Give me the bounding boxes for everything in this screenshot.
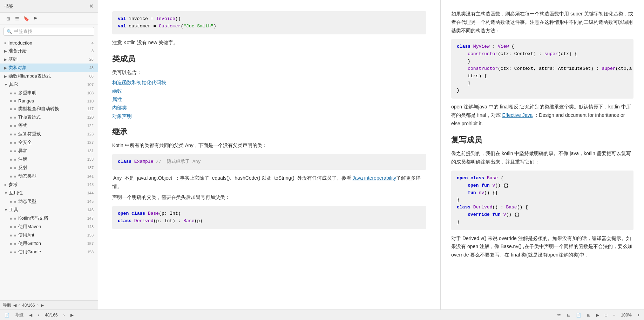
toc-link-properties[interactable]: 属性	[112, 96, 426, 103]
page-nav-back-button[interactable]: ‹	[38, 313, 39, 318]
bullet-icon: ■	[10, 242, 12, 246]
item-count: 127	[87, 140, 94, 145]
bookmark-outline-icon[interactable]: 🔖	[22, 15, 30, 22]
toc-link-constructor[interactable]: 构造函数和初始化代码块	[112, 80, 426, 86]
sub-bullet-icon: ■	[14, 141, 16, 145]
sidebar-item-functions-lambda[interactable]: ▶函数和lambda表达式88	[0, 72, 98, 80]
sidebar-item-others[interactable]: ▼其它107	[0, 80, 98, 89]
sidebar-item-equality[interactable]: ■■等式122	[0, 121, 98, 130]
item-label: 动态类型	[18, 173, 86, 179]
sidebar-item-multi-declaration[interactable]: ■■多重申明108	[0, 89, 98, 97]
java-interop-link[interactable]: Java interoperability	[352, 175, 396, 181]
play-icon: ▶	[596, 313, 599, 318]
toc-link-inner-classes[interactable]: 内部类	[112, 105, 426, 111]
sidebar-item-basics[interactable]: ▶基础26	[0, 55, 98, 64]
sidebar-close-button[interactable]: ✕	[89, 3, 94, 9]
item-label: Introduction	[8, 40, 90, 46]
override-intro-text: 像之前提到的，我们在 kotlin 中坚持做明确的事。不像 java，kotli…	[451, 149, 633, 166]
grid-icon-button[interactable]: ⊞	[587, 313, 590, 318]
code-line: constructor(ctx: Context, attrs: Attribu…	[457, 65, 628, 73]
page-nav-next-button[interactable]: ▶	[70, 313, 74, 318]
sidebar-item-annotations[interactable]: ■■注解133	[0, 155, 98, 164]
sidebar-item-kotlin-docs[interactable]: ■■Kotlin代码文档147	[0, 214, 98, 222]
bullet-icon: ■	[10, 99, 12, 103]
item-label: 类和对象	[8, 65, 88, 71]
eye-icon-button[interactable]: 👁	[557, 313, 561, 318]
sidebar-item-getting-started[interactable]: ▶准备开始8	[0, 47, 98, 55]
sub-bullet-icon: ■	[14, 115, 16, 119]
item-label: Ranges	[18, 98, 86, 104]
sidebar-header: 书签 ✕	[0, 0, 98, 13]
item-count: 120	[87, 115, 94, 119]
square-icon-button[interactable]: □	[605, 313, 607, 318]
effective-java-link[interactable]: Effective Java	[502, 112, 533, 118]
sub-bullet-icon: ■	[14, 149, 16, 153]
next-page-button[interactable]: ▶	[41, 303, 44, 308]
sidebar-item-exceptions[interactable]: ■■异常131	[0, 147, 98, 155]
sidebar-item-operator-overload[interactable]: ■■运算符重载123	[0, 130, 98, 138]
sidebar-item-dynamic-type2[interactable]: ■■动态类型145	[0, 197, 98, 206]
sub-bullet-icon: ■	[14, 233, 16, 237]
item-label: 函数和lambda表达式	[8, 73, 88, 79]
item-label: 基础	[8, 56, 88, 62]
item-count: 8	[91, 49, 94, 53]
page-icon-button[interactable]: 📄	[576, 313, 581, 318]
sidebar-item-this-expression[interactable]: ■■This表达式120	[0, 113, 98, 121]
item-count: 147	[87, 216, 94, 220]
expand-icon: ▶	[4, 74, 7, 78]
play-icon-button[interactable]: ▶	[596, 313, 599, 318]
main-content: val invoice = Invoice() val customer = C…	[98, 0, 644, 309]
sub-bullet-icon: ■	[14, 166, 16, 170]
bullet-icon: ■	[10, 200, 12, 204]
item-count: 148	[87, 225, 94, 229]
sidebar-item-interop[interactable]: ▼互用性144	[0, 189, 98, 197]
prev-page-button[interactable]: ◀	[13, 303, 16, 308]
sub-bullet-icon: ■	[14, 158, 16, 161]
toc-link-object-declarations[interactable]: 对象声明	[112, 113, 426, 120]
item-count: 158	[87, 250, 94, 254]
sidebar-item-reference[interactable]: ■参考143	[0, 180, 98, 189]
search-input[interactable]	[14, 29, 91, 34]
sidebar-item-reflection[interactable]: ■■反射137	[0, 164, 98, 172]
prev-button[interactable]: ‹	[19, 303, 20, 308]
flag-icon[interactable]: ⚑	[32, 15, 39, 22]
item-count: 123	[87, 132, 94, 136]
page-nav-forward-button[interactable]: ›	[63, 313, 65, 318]
columns-icon-button[interactable]: ⊟	[567, 313, 570, 318]
sidebar-toolbar: ⊞ ☰ 🔖 ⚑	[0, 13, 98, 25]
sub-bullet-icon: ■	[14, 124, 16, 128]
page-info: 48/166	[22, 303, 35, 308]
code-line: }	[457, 80, 628, 87]
bullet-icon: ■	[10, 124, 12, 128]
sidebar-item-use-gradle[interactable]: ■■使用Gradle158	[0, 248, 98, 256]
next-button[interactable]: ›	[37, 303, 39, 308]
code-line: }	[457, 58, 628, 65]
zoom-out-button[interactable]: −	[613, 313, 615, 318]
sidebar-item-dynamic-type[interactable]: ■■动态类型141	[0, 172, 98, 180]
expand-icon: ▶	[4, 66, 7, 70]
sidebar-item-null-safety[interactable]: ■■空安全127	[0, 138, 98, 147]
item-label: 动态类型	[18, 198, 86, 205]
bullet-icon: ■	[10, 149, 12, 153]
code-line: fun nv() {}	[457, 189, 628, 197]
sidebar-item-type-check[interactable]: ■■类型检查和自动转换117	[0, 105, 98, 113]
code-line: }	[457, 87, 628, 94]
page-nav-prev-button[interactable]: ◀	[29, 313, 32, 318]
list-icon[interactable]: ☰	[13, 15, 21, 22]
sidebar-item-classes-objects[interactable]: ▶类和对象43	[0, 64, 98, 72]
status-bar: 📄 导航 ◀ ‹ 48/166 › ▶ 👁 ⊟ 📄 ⊞ ▶ □ − 100% +	[0, 309, 644, 320]
sidebar-item-tools[interactable]: ▼工具146	[0, 206, 98, 214]
sidebar-item-ranges[interactable]: ■■Ranges110	[0, 97, 98, 105]
item-count: 122	[87, 124, 94, 128]
code-line: open fun v() {}	[457, 182, 628, 189]
toc-link-functions[interactable]: 函数	[112, 88, 426, 94]
item-count: 141	[87, 174, 94, 178]
zoom-in-button[interactable]: +	[637, 313, 640, 318]
sidebar-item-use-ant[interactable]: ■■使用Ant153	[0, 231, 98, 239]
bookmark-icon[interactable]: ⊞	[4, 15, 12, 22]
sidebar-item-introduction[interactable]: ■Introduction4	[0, 39, 98, 47]
item-label: 多重申明	[18, 90, 86, 96]
item-label: 空安全	[18, 139, 86, 146]
sidebar-item-use-maven[interactable]: ■■使用Maven148	[0, 222, 98, 231]
sidebar-item-use-griffon[interactable]: ■■使用Griffon157	[0, 239, 98, 248]
